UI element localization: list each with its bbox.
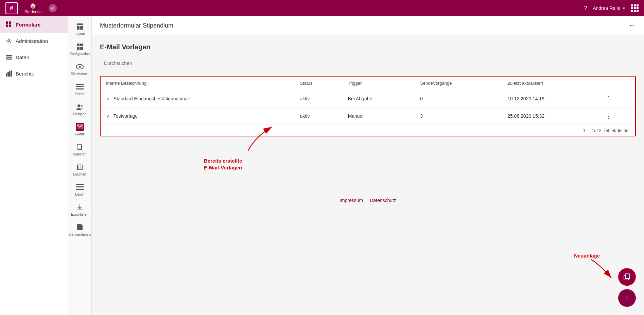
svg-rect-0 [6,21,8,24]
icon-sidebar-konfiguration[interactable]: Konfiguration [68,39,91,59]
cell-more-1: ⋮ [600,90,635,107]
formulare-icon [5,21,12,28]
main-section: E-Mail Vorlagen Interne Bezeichnung ↑ St… [92,35,644,315]
svg-rect-22 [76,86,84,87]
email-label: E-Mail [75,132,84,136]
header-left: # 🏠 Startseite ⊙ [5,2,57,14]
svg-rect-7 [6,59,12,60]
sidebar-item-berichte[interactable]: Berichte [0,65,68,82]
back-button[interactable]: ← [628,21,636,30]
icon-sidebar-loeschen[interactable]: Löschen [68,160,91,180]
col-trigger: Trigger [343,77,415,90]
loeschen-icon [76,163,84,171]
expand-icon-2[interactable]: ∨ [106,113,109,119]
svg-point-4 [8,40,10,42]
pagination-last[interactable]: ▶| [625,128,630,133]
datenschutz-link[interactable]: Datenschutz [370,198,396,203]
col-sendevorgaenge: SendeVorgänge [415,77,502,90]
svg-rect-18 [80,47,83,50]
fab-area: + [618,268,636,307]
felder-icon [76,83,84,91]
icon-sidebar-freigabe[interactable]: Freigabe [68,99,91,119]
svg-rect-38 [76,186,84,187]
svg-rect-44 [625,274,630,279]
user-area[interactable]: Andrea Raile ▼ [593,5,626,11]
table-row: ∨ Testvorlage aktiv Manuell 3 [101,107,635,125]
svg-rect-5 [6,55,12,56]
more-menu-2[interactable]: ⋮ [606,113,612,119]
svg-point-25 [81,105,83,107]
cell-trigger-1: Bei Abgabe [343,90,415,107]
icon-sidebar-sichtbarkeit[interactable]: Sichtbarkeit [68,59,91,79]
col-actions [600,77,635,90]
sidebar-item-administration[interactable]: Administration [0,33,68,49]
svg-rect-2 [6,24,8,27]
impressum-link[interactable]: Impressum [340,198,363,203]
email-table: Interne Bezeichnung ↑ Status Trigger Sen… [101,77,635,125]
cell-bezeichnung-1: ∨ Standard Eingangsbestätigungsmail [101,90,294,107]
content-header: Musterformular Stipendium ← [92,16,644,35]
cell-status-1: aktiv [294,90,342,107]
table-body: ∨ Standard Eingangsbestätigungsmail akti… [101,90,635,125]
chevron-down-icon: ▼ [622,6,626,10]
svg-rect-29 [77,144,81,149]
pagination: 1 – 2 of 2 |◀ ◀ ▶ ▶| [101,125,635,136]
freigabe-icon [76,103,84,111]
svg-rect-10 [9,71,11,77]
sidebar: Formulare Administration Daten [0,16,68,315]
more-menu-1[interactable]: ⋮ [606,95,612,102]
administration-icon [5,37,12,44]
apps-icon[interactable] [631,4,639,12]
svg-point-20 [79,66,81,68]
standardlabels-icon [76,223,84,231]
daten-label: Daten [16,54,29,60]
email-table-container: Interne Bezeichnung ↑ Status Trigger Sen… [100,76,636,136]
header-right: ? Andrea Raile ▼ [584,4,639,12]
cell-status-2: aktiv [294,107,342,125]
svg-rect-17 [77,47,80,50]
icon-sidebar-exportieren[interactable]: Exportieren [68,200,91,220]
icon-sidebar-email[interactable]: E-Mail [68,119,91,139]
sichtbarkeit-label: Sichtbarkeit [71,72,88,76]
fab-copy-button[interactable] [618,268,636,286]
content-area: Musterformular Stipendium ← E-Mail Vorla… [92,16,644,315]
standardlabels-label: Standardlabels [68,233,91,236]
sidebar-item-formulare[interactable]: Formulare [0,16,68,33]
expand-icon-1[interactable]: ∨ [106,96,109,101]
svg-rect-1 [9,21,11,24]
svg-rect-9 [7,72,9,77]
search-input[interactable] [100,58,202,69]
svg-rect-3 [9,24,11,27]
pagination-first[interactable]: |◀ [604,128,609,133]
sichtbarkeit-icon [76,63,84,71]
pagination-prev[interactable]: ◀ [612,128,615,133]
svg-rect-21 [76,84,84,85]
daten2-label: Daten [75,193,84,196]
svg-rect-30 [77,165,82,170]
pagination-next[interactable]: ▶ [618,128,622,133]
icon-sidebar-layout[interactable]: Layout [68,19,91,39]
daten2-icon [76,183,84,191]
home-link[interactable]: 🏠 Startseite [24,2,42,14]
page-title: Musterformular Stipendium [100,22,173,29]
kopieren-label: Kopieren [73,152,86,156]
annotation-email-vorlagen-text: Bereits erstellteE-Mail-Vorlagen [204,158,242,171]
cell-trigger-2: Manuell [343,107,415,125]
administration-label: Administration [16,38,48,44]
icon-sidebar-standardlabels[interactable]: Standardlabels [68,220,91,240]
user-name: Andrea Raile [593,5,620,11]
svg-rect-8 [6,73,7,77]
help-icon[interactable]: ? [584,5,587,12]
cell-more-2: ⋮ [600,107,635,125]
fab-add-button[interactable]: + [618,289,636,307]
nav-circle-icon[interactable]: ⊙ [49,4,57,12]
svg-rect-6 [6,57,12,58]
email-icon [76,123,84,131]
icon-sidebar-daten[interactable]: Daten [68,180,91,200]
sidebar-item-daten[interactable]: Daten [0,49,68,65]
loeschen-label: Löschen [73,172,86,176]
logo-area: # [5,2,18,14]
svg-rect-23 [76,88,84,89]
icon-sidebar-kopieren[interactable]: Kopieren [68,139,91,160]
icon-sidebar-felder[interactable]: Felder [68,79,91,99]
